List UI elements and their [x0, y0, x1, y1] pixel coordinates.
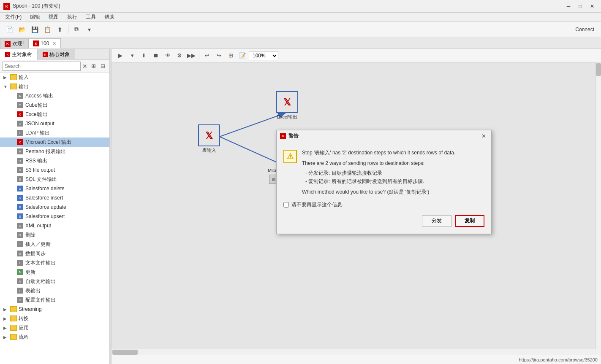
results-button[interactable]: ▶▶ — [186, 51, 197, 61]
tree-arrow-apply: ▶ — [3, 326, 9, 330]
title-bar: K Spoon - 100 (有变动) ─ □ ✕ — [0, 0, 601, 13]
menu-execute[interactable]: 执行 — [64, 13, 81, 22]
tree-item-ms-excel[interactable]: X Microsoft Excel 输出 — [0, 138, 109, 147]
undo-button[interactable]: ↩ — [201, 51, 212, 61]
search-input[interactable] — [3, 62, 81, 71]
tree-item-access[interactable]: A Access 输出 — [0, 91, 109, 100]
tree-label-table-out: 表输出 — [25, 287, 41, 294]
tree-item-sf-ups[interactable]: S Salesforce upsert — [0, 212, 109, 221]
stop-button[interactable]: ⏹ — [150, 51, 161, 61]
panel-tab-core-icon: K — [43, 52, 48, 57]
tree-item-sf-upd[interactable]: S Salesforce update — [0, 202, 109, 212]
canvas-scrollbar-vertical[interactable] — [595, 62, 601, 349]
tree-item-delete[interactable]: D 删除 — [0, 230, 109, 240]
tab-bar: K 欢迎! K 100 ✕ — [0, 37, 601, 49]
tree-item-transform[interactable]: ▶ 转换 — [0, 314, 109, 323]
align-button[interactable]: ⊞ — [225, 51, 236, 61]
tree-item-update[interactable]: ↻ 更新 — [0, 267, 109, 277]
tree-item-pentaho[interactable]: P Pentaho 报表输出 — [0, 147, 109, 156]
tree-arrow-output: ▼ — [3, 84, 9, 89]
dialog-checkbox[interactable] — [283, 202, 289, 208]
tree-item-excel[interactable]: X Excel输出 — [0, 110, 109, 119]
tree-item-auto-doc[interactable]: A 自动文档输出 — [0, 277, 109, 286]
panel-tab-main[interactable]: K 主对象树 — [0, 49, 38, 60]
run-button[interactable]: ▶ — [115, 51, 126, 61]
folder-icon-output — [10, 84, 17, 89]
dialog-msg-line2: There are 2 ways of sending rows to dest… — [302, 159, 484, 167]
icon-auto-doc: A — [17, 278, 23, 284]
zoom-select[interactable]: 100% 75% 50% 150% 200% — [249, 51, 278, 60]
tree-item-rss[interactable]: R RSS 输出 — [0, 156, 109, 165]
menu-help[interactable]: 帮助 — [101, 13, 118, 22]
redo-button[interactable]: ↪ — [213, 51, 224, 61]
tree-item-sf-ins[interactable]: S Salesforce insert — [0, 193, 109, 202]
tree-item-config-file[interactable]: C 配置文件输出 — [0, 295, 109, 305]
expand-tree-icon[interactable]: ⊞ — [89, 62, 98, 70]
tree-item-input[interactable]: ▶ 输入 — [0, 73, 109, 82]
layers-down-button[interactable]: ▾ — [83, 24, 95, 35]
pause-button[interactable]: ⏸ — [139, 51, 150, 61]
tree-item-streaming[interactable]: ▶ Streaming — [0, 305, 109, 314]
settings-button[interactable]: ⚙ — [174, 51, 185, 61]
menu-edit[interactable]: 编辑 — [27, 13, 44, 22]
menu-tools[interactable]: 工具 — [82, 13, 99, 22]
tree-item-s3[interactable]: S S3 file output — [0, 165, 109, 175]
tree-label-sf-ins: Salesforce insert — [25, 195, 63, 201]
title-bar-left: K Spoon - 100 (有变动) — [3, 3, 60, 10]
folder-icon-apply — [10, 325, 17, 331]
tree-item-output[interactable]: ▼ 输出 — [0, 82, 109, 91]
title-bar-controls: ─ □ ✕ — [563, 2, 598, 11]
tree-item-xml-out[interactable]: X XML output — [0, 221, 109, 230]
dialog-distribute-button[interactable]: 分发 — [422, 215, 451, 227]
collapse-tree-icon[interactable]: ⊟ — [98, 62, 107, 70]
tree-item-ldap[interactable]: L LDAP 输出 — [0, 128, 109, 138]
save-button[interactable]: 💾 — [29, 24, 41, 35]
tree-item-json[interactable]: J JSON output — [0, 119, 109, 128]
tree-item-text-out[interactable]: T 文本文件输出 — [0, 258, 109, 267]
icon-excel: X — [17, 111, 23, 117]
tree-item-cube[interactable]: C Cube输出 — [0, 100, 109, 110]
preview-button[interactable]: 👁 — [162, 51, 173, 61]
icon-data-sync: D — [17, 251, 23, 256]
canvas-scrollbar-horizontal[interactable] — [111, 349, 601, 355]
tree-item-sf-del[interactable]: S Salesforce delete — [0, 184, 109, 193]
tree-item-sql-file[interactable]: S SQL 文件输出 — [0, 175, 109, 184]
dialog-checkbox-row: 请不要再显示这个信息. — [283, 201, 484, 208]
tree-label-delete: 删除 — [25, 232, 35, 239]
search-clear-icon[interactable]: ✕ — [82, 63, 87, 70]
tree-label-access: Access 输出 — [25, 92, 53, 100]
dialog-close-button[interactable]: ✕ — [479, 132, 488, 140]
close-button[interactable]: ✕ — [587, 2, 598, 11]
export-button[interactable]: ⬆ — [54, 24, 66, 35]
maximize-button[interactable]: □ — [575, 2, 586, 11]
dialog-copy-button[interactable]: 复制 — [455, 215, 484, 227]
tree-label-pentaho: Pentaho 报表输出 — [25, 148, 66, 155]
icon-table-out: T — [17, 288, 23, 294]
menu-view[interactable]: 视图 — [45, 13, 62, 22]
tree-item-apply[interactable]: ▶ 应用 — [0, 323, 109, 332]
run-arrow-button[interactable]: ▾ — [127, 51, 138, 61]
new-file-button[interactable]: 📄 — [3, 24, 15, 35]
dialog-overlay: K 警告 ✕ ⚠ Step '表输入' has '2' destination … — [111, 62, 601, 349]
dialog-bullet2: - 复制记录: 所有的记录被同时发送到所有的目标步骤. — [305, 178, 484, 186]
save-as-button[interactable]: 📋 — [41, 24, 53, 35]
layers-button[interactable]: ⧉ — [71, 24, 82, 35]
open-button[interactable]: 📂 — [16, 24, 28, 35]
tab-job100-close[interactable]: ✕ — [52, 41, 56, 46]
dialog-checkbox-label: 请不要再显示这个信息. — [291, 201, 343, 208]
panel-tab-core[interactable]: K 核心对象 — [38, 49, 75, 60]
icon-pentaho: P — [17, 148, 23, 154]
icon-rss: R — [17, 158, 23, 164]
canvas-area[interactable]: 𝕏 表输入 𝕏 Excel输出 𝕏 Microsoft Exce — [111, 62, 601, 349]
minimize-button[interactable]: ─ — [563, 2, 574, 11]
folder-icon-input — [10, 74, 17, 80]
tree-item-table-out[interactable]: T 表输出 — [0, 286, 109, 295]
tree-item-data-sync[interactable]: D 数据同步 — [0, 249, 109, 258]
tab-job100[interactable]: K 100 ✕ — [28, 38, 61, 49]
tree-item-insert-update[interactable]: I 插入／更新 — [0, 240, 109, 249]
tree-item-flow[interactable]: ▶ 流程 — [0, 332, 109, 342]
menu-file[interactable]: 文件(F) — [2, 13, 25, 22]
tab-welcome[interactable]: K 欢迎! — [0, 38, 28, 49]
note-button[interactable]: 📝 — [237, 51, 248, 61]
tree-container: ▶ 输入 ▼ 输出 A Access 输出 C — [0, 73, 109, 364]
